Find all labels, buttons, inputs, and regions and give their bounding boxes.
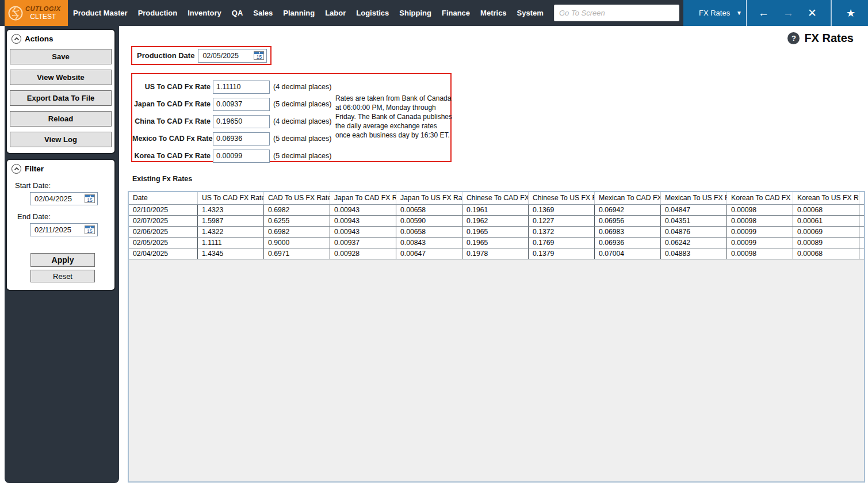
col-header-us-cad[interactable]: US To CAD FX Rate <box>198 192 264 204</box>
col-header-mexican-cad[interactable]: Mexican To CAD FX <box>595 192 661 204</box>
mexico-to-cad-label: Mexico To CAD Fx Rate <box>132 135 213 143</box>
china-to-cad-hint: (4 decimal places) <box>273 117 331 125</box>
col-header-date[interactable]: Date <box>129 192 198 204</box>
grid-caption: Existing Fx Rates <box>132 175 192 183</box>
col-header-japan-us[interactable]: Japan To US FX Rate <box>396 192 462 204</box>
mexico-to-cad-input[interactable] <box>213 132 270 146</box>
main-menu: Product Master Production Inventory QA S… <box>73 0 544 26</box>
collapse-filter-button[interactable] <box>12 164 21 174</box>
chevron-up-icon <box>14 167 20 171</box>
screen-selector[interactable]: FX Rates <box>699 0 730 26</box>
korea-to-cad-input[interactable] <box>213 150 270 163</box>
start-date-label: Start Date: <box>15 181 51 190</box>
top-navbar: CUTLOGIX CLTEST Product Master Productio… <box>0 0 868 26</box>
fx-rates-entry-section: US To CAD Fx Rate (4 decimal places) Jap… <box>131 73 452 162</box>
col-header-chinese-cad[interactable]: Chinese To CAD FX R <box>462 192 529 204</box>
filter-panel-title: Filter <box>25 164 44 173</box>
menu-qa[interactable]: QA <box>232 9 243 17</box>
korea-to-cad-label: Korea To CAD Fx Rate <box>132 152 213 160</box>
japan-to-cad-input[interactable] <box>213 98 270 111</box>
production-date-input[interactable]: 02/05/2025 15 <box>198 49 267 63</box>
screen-nav-bar: FX Rates ▼ ← → ✕ ★ <box>683 0 868 26</box>
brand-name: CUTLOGIX <box>25 5 61 12</box>
calendar-icon[interactable]: 15 <box>254 51 264 60</box>
menu-finance[interactable]: Finance <box>442 9 470 17</box>
go-to-screen-input[interactable] <box>554 5 679 21</box>
calendar-icon[interactable]: 15 <box>85 225 95 234</box>
menu-sales[interactable]: Sales <box>253 9 273 17</box>
reload-button[interactable]: Reload <box>10 111 112 127</box>
table-row[interactable]: 02/06/2025 1.4322 0.6982 0.00943 0.00658… <box>129 227 864 238</box>
chevron-down-icon[interactable]: ▼ <box>736 0 742 26</box>
left-sidebar: Actions Save View Website Export Data To… <box>5 26 119 483</box>
start-date-input[interactable]: 02/04/2025 15 <box>30 192 98 205</box>
menu-metrics[interactable]: Metrics <box>480 9 507 17</box>
korea-to-cad-hint: (5 decimal places) <box>273 152 331 160</box>
actions-panel-title: Actions <box>25 35 53 43</box>
page-title: FX Rates <box>804 32 854 45</box>
menu-shipping[interactable]: Shipping <box>399 9 431 17</box>
menu-system[interactable]: System <box>517 9 544 17</box>
production-date-label: Production Date <box>137 51 194 60</box>
reset-button[interactable]: Reset <box>30 270 95 282</box>
china-to-cad-input[interactable] <box>213 115 270 128</box>
bank-of-canada-note: Rates are taken from Bank of Canada at 0… <box>335 94 453 140</box>
col-header-cad-us[interactable]: CAD To US FX Rate <box>264 192 330 204</box>
china-to-cad-label: China To CAD Fx Rate <box>132 117 213 125</box>
production-date-section: Production Date 02/05/2025 15 <box>131 46 272 65</box>
table-row[interactable]: 02/10/2025 1.4323 0.6982 0.00943 0.00658… <box>129 205 864 216</box>
us-to-cad-label: US To CAD Fx Rate <box>132 83 213 91</box>
filter-panel: Filter Start Date: 02/04/2025 15 End Dat… <box>6 159 116 291</box>
divider <box>831 0 832 26</box>
menu-labor[interactable]: Labor <box>325 9 346 17</box>
forward-icon: → <box>783 0 794 26</box>
col-header-mexican-us[interactable]: Mexican To US FX Ra <box>661 192 727 204</box>
menu-production[interactable]: Production <box>138 9 178 17</box>
table-row[interactable]: 02/07/2025 1.5987 0.6255 0.00943 0.00590… <box>129 216 864 227</box>
mexico-to-cad-hint: (5 decimal places) <box>273 135 331 143</box>
menu-inventory[interactable]: Inventory <box>188 9 221 17</box>
us-to-cad-hint: (4 decimal places) <box>273 83 331 91</box>
favorite-star-icon[interactable]: ★ <box>846 0 855 26</box>
help-icon[interactable]: ? <box>787 32 800 44</box>
existing-fx-rates-grid[interactable]: Date US To CAD FX Rate CAD To US FX Rate… <box>128 191 865 483</box>
calendar-icon[interactable]: 15 <box>85 194 95 203</box>
environment-name: CLTEST <box>30 13 56 21</box>
japan-to-cad-label: Japan To CAD Fx Rate <box>132 100 213 108</box>
brain-logo-icon <box>7 5 24 21</box>
menu-product-master[interactable]: Product Master <box>73 9 128 17</box>
chevron-up-icon <box>14 37 20 41</box>
close-icon[interactable]: ✕ <box>808 0 817 26</box>
col-header-korean-us[interactable]: Korean To US FX Rat <box>793 192 859 204</box>
export-data-button[interactable]: Export Data To File <box>10 90 112 106</box>
end-date-label: End Date: <box>17 212 51 221</box>
view-website-button[interactable]: View Website <box>10 70 112 85</box>
menu-logistics[interactable]: Logistics <box>356 9 389 17</box>
collapse-actions-button[interactable] <box>12 34 21 44</box>
col-header-japan-cad[interactable]: Japan To CAD FX Ra <box>330 192 396 204</box>
view-log-button[interactable]: View Log <box>10 132 112 147</box>
table-row[interactable]: 02/04/2025 1.4345 0.6971 0.00928 0.00647… <box>129 248 864 259</box>
grid-header-row: Date US To CAD FX Rate CAD To US FX Rate… <box>129 192 864 205</box>
divider <box>746 0 747 26</box>
end-date-input[interactable]: 02/11/2025 15 <box>30 223 98 236</box>
apply-button[interactable]: Apply <box>30 253 95 267</box>
app-logo: CUTLOGIX CLTEST <box>5 0 68 26</box>
japan-to-cad-hint: (5 decimal places) <box>273 100 331 108</box>
actions-panel: Actions Save View Website Export Data To… <box>6 29 116 154</box>
us-to-cad-input[interactable] <box>213 81 270 94</box>
col-header-korean-cad[interactable]: Korean To CAD FX R <box>727 192 793 204</box>
menu-planning[interactable]: Planning <box>283 9 315 17</box>
table-row[interactable]: 02/05/2025 1.1111 0.9000 0.00937 0.00843… <box>129 238 864 248</box>
back-icon[interactable]: ← <box>758 0 769 26</box>
save-button[interactable]: Save <box>10 49 112 64</box>
col-header-chinese-us[interactable]: Chinese To US FX Ra <box>529 192 595 204</box>
